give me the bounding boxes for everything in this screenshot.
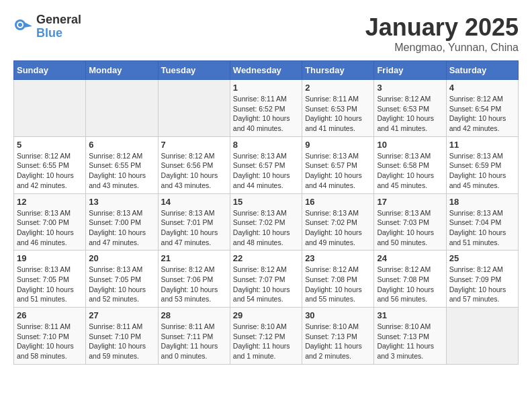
calendar-cell: 24Sunrise: 8:12 AMSunset: 7:08 PMDayligh…	[374, 250, 446, 308]
calendar-cell: 6Sunrise: 8:12 AMSunset: 6:55 PMDaylight…	[86, 136, 158, 193]
weekday-header-row: SundayMondayTuesdayWednesdayThursdayFrid…	[14, 61, 519, 80]
day-info: Sunrise: 8:11 AMSunset: 7:10 PMDaylight:…	[17, 322, 83, 361]
weekday-header-sunday: Sunday	[14, 61, 86, 80]
calendar-cell: 1Sunrise: 8:11 AMSunset: 6:52 PMDaylight…	[230, 80, 302, 137]
day-number: 22	[233, 253, 299, 263]
calendar-cell: 19Sunrise: 8:13 AMSunset: 7:05 PMDayligh…	[14, 250, 86, 308]
calendar-cell	[14, 80, 86, 137]
day-info: Sunrise: 8:13 AMSunset: 7:02 PMDaylight:…	[233, 208, 299, 248]
calendar-cell: 31Sunrise: 8:10 AMSunset: 7:13 PMDayligh…	[374, 308, 446, 365]
calendar-cell: 7Sunrise: 8:12 AMSunset: 6:56 PMDaylight…	[158, 136, 230, 193]
day-info: Sunrise: 8:12 AMSunset: 6:54 PMDaylight:…	[449, 94, 515, 134]
calendar-subtitle: Mengmao, Yunnan, China	[365, 42, 519, 54]
day-info: Sunrise: 8:10 AMSunset: 7:13 PMDaylight:…	[305, 322, 371, 361]
day-info: Sunrise: 8:13 AMSunset: 6:59 PMDaylight:…	[449, 151, 515, 191]
calendar-cell: 27Sunrise: 8:11 AMSunset: 7:10 PMDayligh…	[86, 308, 158, 365]
calendar-cell: 3Sunrise: 8:12 AMSunset: 6:53 PMDaylight…	[374, 80, 446, 137]
day-info: Sunrise: 8:11 AMSunset: 7:11 PMDaylight:…	[161, 322, 227, 361]
day-number: 12	[17, 197, 83, 207]
day-number: 3	[377, 83, 443, 93]
calendar-cell	[158, 80, 230, 137]
day-info: Sunrise: 8:13 AMSunset: 7:04 PMDaylight:…	[449, 208, 515, 248]
day-number: 20	[89, 253, 154, 263]
calendar-cell: 13Sunrise: 8:13 AMSunset: 7:00 PMDayligh…	[86, 193, 158, 250]
day-number: 27	[89, 310, 154, 320]
calendar-cell: 26Sunrise: 8:11 AMSunset: 7:10 PMDayligh…	[14, 308, 86, 365]
weekday-header-monday: Monday	[86, 61, 158, 80]
day-info: Sunrise: 8:12 AMSunset: 7:09 PMDaylight:…	[449, 265, 515, 304]
day-number: 11	[449, 140, 515, 150]
page-header: General Blue January 2025 Mengmao, Yunna…	[13, 13, 519, 54]
day-number: 4	[449, 83, 515, 93]
day-number: 26	[17, 310, 83, 320]
calendar-title: January 2025	[365, 13, 519, 42]
logo: General Blue	[13, 13, 81, 40]
day-info: Sunrise: 8:12 AMSunset: 6:55 PMDaylight:…	[89, 151, 154, 191]
day-number: 1	[233, 83, 299, 93]
calendar-week-1: 1Sunrise: 8:11 AMSunset: 6:52 PMDaylight…	[14, 80, 519, 137]
calendar-cell: 4Sunrise: 8:12 AMSunset: 6:54 PMDaylight…	[446, 80, 518, 137]
day-info: Sunrise: 8:13 AMSunset: 6:57 PMDaylight:…	[233, 151, 299, 191]
day-info: Sunrise: 8:13 AMSunset: 7:00 PMDaylight:…	[89, 208, 154, 248]
calendar-cell: 16Sunrise: 8:13 AMSunset: 7:02 PMDayligh…	[302, 193, 374, 250]
day-number: 5	[17, 140, 83, 150]
day-info: Sunrise: 8:13 AMSunset: 6:57 PMDaylight:…	[305, 151, 371, 191]
weekday-header-tuesday: Tuesday	[158, 61, 230, 80]
day-number: 23	[305, 253, 371, 263]
day-number: 7	[161, 140, 227, 150]
day-info: Sunrise: 8:13 AMSunset: 7:05 PMDaylight:…	[17, 265, 83, 304]
calendar-cell: 21Sunrise: 8:12 AMSunset: 7:06 PMDayligh…	[158, 250, 230, 308]
day-number: 14	[161, 197, 227, 207]
day-info: Sunrise: 8:12 AMSunset: 7:07 PMDaylight:…	[233, 265, 299, 304]
day-info: Sunrise: 8:12 AMSunset: 6:56 PMDaylight:…	[161, 151, 227, 191]
day-number: 6	[89, 140, 154, 150]
day-info: Sunrise: 8:13 AMSunset: 7:01 PMDaylight:…	[161, 208, 227, 248]
calendar-week-3: 12Sunrise: 8:13 AMSunset: 7:00 PMDayligh…	[14, 193, 519, 250]
calendar-table: SundayMondayTuesdayWednesdayThursdayFrid…	[13, 60, 519, 365]
day-number: 28	[161, 310, 227, 320]
day-info: Sunrise: 8:13 AMSunset: 6:58 PMDaylight:…	[377, 151, 443, 191]
svg-marker-3	[24, 22, 32, 28]
day-number: 19	[17, 253, 83, 263]
day-number: 13	[89, 197, 154, 207]
calendar-cell: 10Sunrise: 8:13 AMSunset: 6:58 PMDayligh…	[374, 136, 446, 193]
day-number: 16	[305, 197, 371, 207]
day-info: Sunrise: 8:11 AMSunset: 6:52 PMDaylight:…	[233, 94, 299, 134]
calendar-week-2: 5Sunrise: 8:12 AMSunset: 6:55 PMDaylight…	[14, 136, 519, 193]
calendar-cell: 23Sunrise: 8:12 AMSunset: 7:08 PMDayligh…	[302, 250, 374, 308]
day-info: Sunrise: 8:12 AMSunset: 7:06 PMDaylight:…	[161, 265, 227, 304]
calendar-cell	[446, 308, 518, 365]
day-number: 29	[233, 310, 299, 320]
title-block: January 2025 Mengmao, Yunnan, China	[365, 13, 519, 54]
day-number: 24	[377, 253, 443, 263]
weekday-header-wednesday: Wednesday	[230, 61, 302, 80]
day-info: Sunrise: 8:10 AMSunset: 7:12 PMDaylight:…	[233, 322, 299, 361]
logo-icon	[13, 17, 34, 37]
day-info: Sunrise: 8:10 AMSunset: 7:13 PMDaylight:…	[377, 322, 443, 361]
day-number: 17	[377, 197, 443, 207]
weekday-header-saturday: Saturday	[446, 61, 518, 80]
day-info: Sunrise: 8:13 AMSunset: 7:03 PMDaylight:…	[377, 208, 443, 248]
day-number: 9	[305, 140, 371, 150]
day-number: 21	[161, 253, 227, 263]
day-number: 18	[449, 197, 515, 207]
logo-blue-text: Blue	[36, 27, 81, 40]
calendar-cell: 20Sunrise: 8:13 AMSunset: 7:05 PMDayligh…	[86, 250, 158, 308]
calendar-cell: 29Sunrise: 8:10 AMSunset: 7:12 PMDayligh…	[230, 308, 302, 365]
calendar-week-4: 19Sunrise: 8:13 AMSunset: 7:05 PMDayligh…	[14, 250, 519, 308]
day-info: Sunrise: 8:12 AMSunset: 7:08 PMDaylight:…	[305, 265, 371, 304]
calendar-cell: 17Sunrise: 8:13 AMSunset: 7:03 PMDayligh…	[374, 193, 446, 250]
calendar-cell: 25Sunrise: 8:12 AMSunset: 7:09 PMDayligh…	[446, 250, 518, 308]
day-number: 31	[377, 310, 443, 320]
day-number: 30	[305, 310, 371, 320]
logo-text: General Blue	[36, 13, 81, 40]
day-number: 2	[305, 83, 371, 93]
calendar-cell: 8Sunrise: 8:13 AMSunset: 6:57 PMDaylight…	[230, 136, 302, 193]
calendar-header: SundayMondayTuesdayWednesdayThursdayFrid…	[14, 61, 519, 80]
calendar-cell: 14Sunrise: 8:13 AMSunset: 7:01 PMDayligh…	[158, 193, 230, 250]
day-info: Sunrise: 8:12 AMSunset: 7:08 PMDaylight:…	[377, 265, 443, 304]
day-info: Sunrise: 8:12 AMSunset: 6:53 PMDaylight:…	[377, 94, 443, 134]
logo-general-text: General	[36, 13, 81, 27]
calendar-cell: 28Sunrise: 8:11 AMSunset: 7:11 PMDayligh…	[158, 308, 230, 365]
calendar-cell: 2Sunrise: 8:11 AMSunset: 6:53 PMDaylight…	[302, 80, 374, 137]
